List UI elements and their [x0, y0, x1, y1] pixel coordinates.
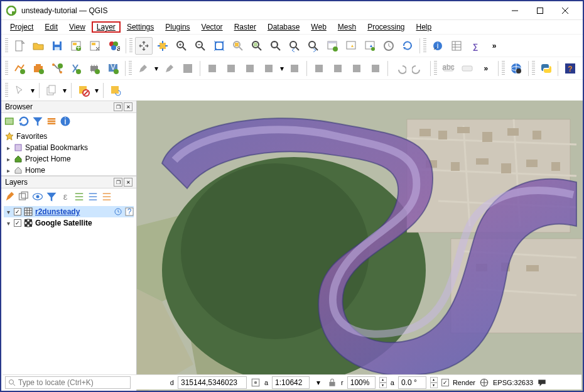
show-bookmarks-button[interactable] [361, 37, 379, 55]
crs-icon[interactable] [479, 378, 489, 388]
maximize-button[interactable] [527, 2, 553, 19]
menu-view[interactable]: View [64, 21, 90, 33]
magnifier-input[interactable]: 100% [347, 376, 376, 389]
browser-add-button[interactable] [4, 115, 16, 128]
menu-mesh[interactable]: Mesh [333, 21, 361, 33]
scale-dropdown[interactable]: ▾ [313, 378, 323, 388]
scale-input[interactable]: 1:10642 [272, 376, 310, 389]
menu-database[interactable]: Database [262, 21, 305, 33]
toolbar-overflow[interactable]: » [485, 37, 503, 55]
locator-input[interactable]: Type to locate (Ctrl+K) [5, 376, 131, 389]
menu-web[interactable]: Web [306, 21, 331, 33]
menu-edit[interactable]: Edit [40, 21, 63, 33]
menu-help[interactable]: Help [411, 21, 437, 33]
layers-filter-button[interactable] [45, 190, 58, 203]
toolbar-handle[interactable] [502, 61, 505, 76]
browser-item-home[interactable]: ▸ Home [4, 165, 134, 176]
layout-manager-button[interactable] [86, 37, 104, 55]
deselect-button[interactable] [75, 82, 92, 99]
rotation-spinner[interactable]: ▴▾ [430, 377, 438, 388]
edits-dropdown[interactable]: ▾ [153, 64, 160, 73]
help-square-button[interactable]: ? [561, 60, 579, 77]
layers-collapse-button[interactable] [87, 190, 99, 203]
zoom-last-button[interactable] [286, 37, 303, 55]
zoom-out-button[interactable] [192, 37, 209, 55]
pan-to-selection-button[interactable] [154, 37, 171, 55]
layers-expression-button[interactable]: ε [59, 190, 72, 203]
new-print-layout-button[interactable]: + [67, 37, 85, 55]
browser-undock-button[interactable]: ❐ [114, 102, 122, 111]
toolbar-handle[interactable] [434, 61, 437, 76]
toolbar-handle[interactable] [532, 61, 535, 76]
toolbar-handle[interactable] [129, 61, 132, 76]
browser-collapse-button[interactable] [45, 115, 58, 128]
menu-settings[interactable]: Settings [122, 21, 159, 33]
zoom-native-button[interactable] [267, 37, 284, 55]
menu-project[interactable]: Project [5, 21, 38, 33]
map-canvas[interactable] [137, 101, 583, 392]
layers-add-group-button[interactable] [18, 190, 30, 203]
toolbar-handle[interactable] [5, 61, 8, 76]
add-polygon-button[interactable] [241, 60, 259, 77]
delete-button[interactable] [310, 60, 328, 77]
layer-item-r2dunsteady[interactable]: ▾ ✓ r2dunsteady ? [4, 206, 134, 217]
refresh-button[interactable] [399, 37, 416, 55]
coordinate-input[interactable]: 315144,5346023 [178, 376, 247, 389]
crs-label[interactable]: EPSG:32633 [493, 379, 533, 386]
new-map-view-button[interactable] [323, 37, 341, 55]
new-geopackage-button[interactable] [30, 60, 47, 77]
paste-button[interactable] [367, 60, 384, 77]
browser-item-favorites[interactable]: Favorites [4, 131, 134, 142]
redo-button[interactable] [410, 60, 428, 77]
select-button[interactable] [11, 82, 28, 99]
magnifier-spinner[interactable]: ▴▾ [379, 377, 387, 388]
zoom-to-selection-button[interactable] [229, 37, 247, 55]
statistics-button[interactable]: ∑ [467, 37, 484, 55]
lock-icon[interactable] [327, 378, 337, 388]
add-line-button[interactable] [222, 60, 240, 77]
layer-checkbox[interactable]: ✓ [14, 219, 21, 227]
vertex-dropdown[interactable]: ▾ [279, 64, 285, 73]
browser-item-bookmarks[interactable]: ▸ Spatial Bookmarks [4, 142, 134, 153]
copy-style-dropdown[interactable]: ▾ [62, 86, 68, 95]
pan-button[interactable] [135, 37, 153, 55]
info-icon[interactable]: ? [125, 207, 134, 216]
style-manager-button[interactable]: a [105, 37, 122, 55]
new-project-button[interactable] [11, 37, 28, 55]
toolbar-handle[interactable] [129, 38, 132, 53]
render-checkbox[interactable]: ✓ [441, 379, 449, 386]
browser-filter-button[interactable] [31, 115, 44, 128]
select-location-button[interactable] [107, 82, 124, 99]
rotation-input[interactable]: 0.0 ° [398, 376, 426, 389]
modify-attrs-button[interactable] [286, 60, 304, 77]
abc-edit-button[interactable] [458, 60, 476, 77]
layer-checkbox[interactable]: ✓ [14, 208, 21, 215]
edits-button[interactable] [134, 60, 152, 77]
copy-button[interactable] [348, 60, 365, 77]
layers-close-button[interactable]: ✕ [124, 178, 132, 187]
zoom-to-layer-button[interactable] [248, 37, 266, 55]
web-button[interactable] [507, 60, 525, 77]
abc-button[interactable]: abc [440, 60, 457, 77]
attributes-button[interactable] [448, 37, 465, 55]
new-virtual-button[interactable]: V [104, 60, 122, 77]
layers-undock-button[interactable]: ❐ [114, 178, 122, 187]
layer-item-google-satellite[interactable]: ▾ ✓ Google Satellite [4, 217, 134, 229]
menu-layer[interactable]: Layer [92, 21, 121, 33]
python-button[interactable] [538, 60, 555, 77]
identify-button[interactable]: i [429, 37, 446, 55]
save-project-button[interactable] [48, 37, 66, 55]
new-spatialite-button[interactable] [67, 60, 84, 77]
layers-visibility-button[interactable] [31, 190, 44, 203]
menu-processing[interactable]: Processing [362, 21, 409, 33]
minimize-button[interactable] [502, 2, 527, 19]
add-feature-button[interactable] [203, 60, 221, 77]
cut-button[interactable] [329, 60, 347, 77]
copy-style-button[interactable] [43, 82, 60, 99]
select-dropdown[interactable]: ▾ [30, 86, 36, 95]
open-project-button[interactable] [30, 37, 47, 55]
browser-close-button[interactable]: ✕ [124, 102, 132, 111]
close-button[interactable] [553, 2, 578, 19]
new-bookmark-button[interactable] [342, 37, 360, 55]
layers-expand-button[interactable] [73, 190, 85, 203]
